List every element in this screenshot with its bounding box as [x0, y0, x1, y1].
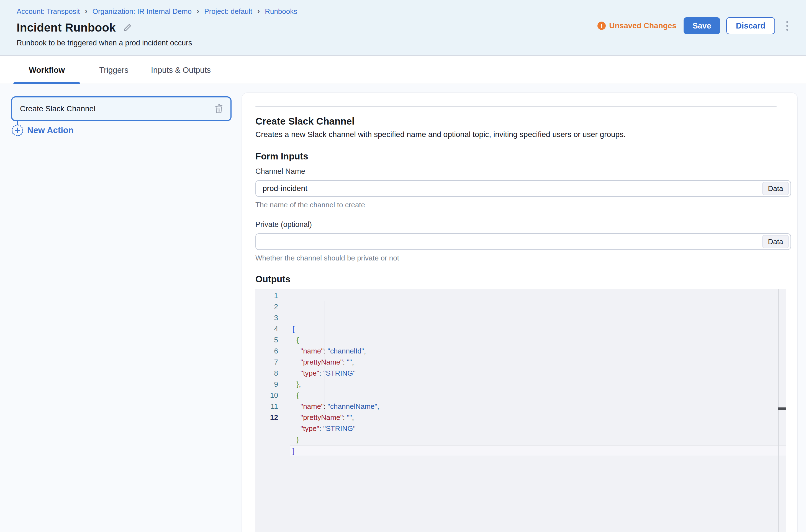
tab-bar: Workflow Triggers Inputs & Outputs: [0, 56, 806, 84]
breadcrumb-project[interactable]: Project: default: [204, 7, 252, 16]
plus-icon: [12, 125, 23, 136]
page-header: Account: Transposit › Organization: IR I…: [0, 0, 806, 56]
private-input-row: Data: [255, 233, 791, 250]
line-number: 8: [255, 367, 278, 379]
editor-gutter: 123456789101112: [255, 289, 290, 532]
breadcrumb-chevron-icon: ›: [85, 7, 87, 15]
code-line: "name": "channelName",: [292, 401, 786, 412]
edit-title-pencil-icon[interactable]: [123, 23, 132, 32]
code-line: "type": "STRING": [292, 367, 786, 379]
line-number: 12: [255, 412, 278, 423]
tab-inputs-outputs-label: Inputs & Outputs: [151, 65, 211, 75]
outputs-heading: Outputs: [255, 274, 797, 285]
action-detail-panel: Create Slack Channel Creates a new Slack…: [241, 92, 798, 532]
line-number: 1: [255, 290, 278, 301]
tab-workflow-label: Workflow: [29, 65, 65, 75]
editor-code: [ { "name": "channelId", "prettyName": "…: [290, 289, 786, 532]
tab-triggers[interactable]: Triggers: [80, 56, 147, 84]
tab-triggers-label: Triggers: [99, 65, 128, 75]
tab-workflow[interactable]: Workflow: [13, 56, 80, 84]
code-line: "prettyName": "",: [292, 412, 786, 423]
channel-name-input[interactable]: [256, 181, 762, 196]
code-line: [: [292, 323, 786, 335]
code-line: "prettyName": "",: [292, 357, 786, 367]
code-line: ]: [290, 445, 786, 456]
breadcrumb: Account: Transposit › Organization: IR I…: [17, 7, 297, 16]
page: Account: Transposit › Organization: IR I…: [0, 0, 806, 532]
warning-icon: !: [598, 22, 606, 30]
code-line: }: [292, 434, 786, 445]
workflow-step-label: Create Slack Channel: [12, 104, 210, 113]
workflow-step-create-slack-channel[interactable]: Create Slack Channel: [11, 96, 232, 121]
new-action-button[interactable]: New Action: [12, 125, 74, 136]
channel-name-input-row: Data: [255, 180, 791, 197]
private-help: Whether the channel should be private or…: [255, 254, 797, 262]
runbook-subtitle: Runbook to be triggered when a prod inci…: [17, 39, 192, 48]
save-button[interactable]: Save: [683, 17, 720, 34]
new-action-label: New Action: [27, 126, 74, 135]
code-line: {: [292, 335, 786, 345]
private-data-button[interactable]: Data: [762, 235, 789, 248]
discard-button[interactable]: Discard: [726, 17, 775, 34]
outputs-code-editor[interactable]: 123456789101112 [ { "name": "channelId",…: [255, 289, 786, 532]
code-line: "name": "channelId",: [292, 345, 786, 357]
code-line: },: [292, 379, 786, 390]
private-input[interactable]: [256, 234, 762, 249]
breadcrumb-account[interactable]: Account: Transposit: [17, 7, 80, 16]
editor-scrollbar-thumb[interactable]: [778, 407, 786, 410]
channel-name-help: The name of the channel to create: [255, 201, 797, 209]
line-number: 4: [255, 323, 278, 335]
overflow-menu-icon[interactable]: [782, 17, 792, 34]
editor-indent-guide: [325, 301, 325, 415]
channel-name-data-button[interactable]: Data: [762, 182, 789, 195]
line-number: 6: [255, 345, 278, 357]
unsaved-changes-label: Unsaved Changes: [609, 21, 676, 30]
breadcrumb-chevron-icon: ›: [197, 7, 199, 15]
action-detail-heading: Create Slack Channel: [255, 116, 797, 127]
page-title: Incident Runbook: [17, 21, 116, 34]
detail-top-divider: [255, 106, 777, 107]
channel-name-label: Channel Name: [255, 167, 797, 176]
form-inputs-heading: Form Inputs: [255, 151, 797, 162]
tab-inputs-outputs[interactable]: Inputs & Outputs: [147, 56, 214, 84]
unsaved-changes-status: ! Unsaved Changes: [598, 21, 676, 30]
line-number: 9: [255, 379, 278, 390]
action-detail-description: Creates a new Slack channel with specifi…: [255, 130, 797, 139]
code-line: {: [292, 390, 786, 401]
delete-step-trash-icon[interactable]: [210, 100, 227, 117]
breadcrumb-chevron-icon: ›: [257, 7, 260, 15]
line-number: 11: [255, 401, 278, 412]
line-number: 2: [255, 301, 278, 312]
breadcrumb-organization[interactable]: Organization: IR Internal Demo: [92, 7, 192, 16]
line-number: 3: [255, 312, 278, 323]
line-number: 7: [255, 357, 278, 367]
line-number: 10: [255, 390, 278, 401]
code-line: "type": "STRING": [292, 423, 786, 434]
active-tab-underline: [13, 82, 80, 84]
breadcrumb-runbooks[interactable]: Runbooks: [265, 7, 297, 16]
editor-ruler-line: [778, 289, 779, 532]
private-label: Private (optional): [255, 220, 797, 229]
line-number: 5: [255, 335, 278, 345]
